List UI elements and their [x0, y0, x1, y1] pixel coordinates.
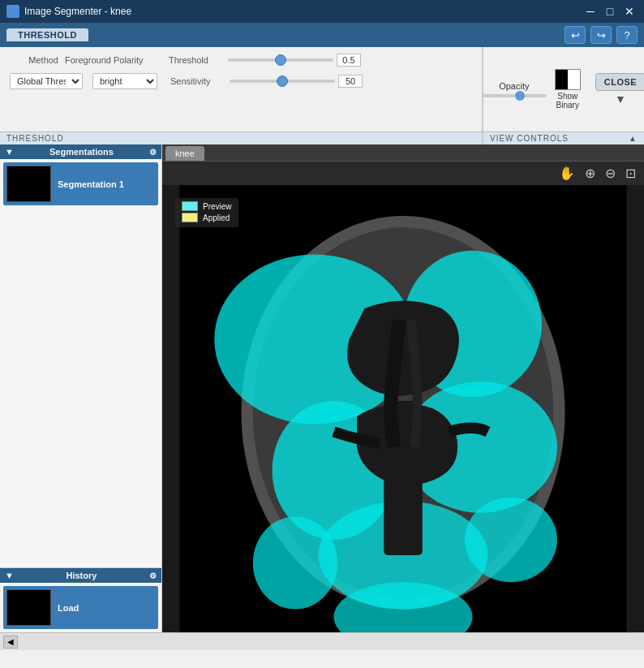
svg-point-8 [253, 517, 338, 610]
threshold-value-input[interactable]: 0.5 [337, 54, 361, 67]
redo-button[interactable]: ↪ [590, 26, 612, 44]
view-controls-section-label: VIEW CONTROLS ▲ [482, 132, 644, 144]
window-title: Image Segmenter - knee [24, 6, 131, 17]
svg-rect-11 [384, 478, 423, 555]
segmentation-item[interactable]: Segmentation 1 [3, 162, 158, 205]
history-label: History [66, 571, 97, 580]
sensitivity-row: Global Threshold bright dark Sensitivity… [10, 73, 472, 89]
segmentations-header: ▼ Segmentations ⚙ [0, 144, 161, 159]
zoom-out-button[interactable]: ⊖ [602, 164, 619, 183]
method-row: Method Foreground Polarity Threshold 0.5 [10, 54, 472, 67]
opacity-slider[interactable] [482, 94, 547, 97]
sensitivity-slider[interactable] [230, 80, 335, 83]
legend-preview-item: Preview [182, 201, 232, 211]
foreground-polarity-label: Foreground Polarity [65, 55, 162, 65]
legend-applied-item: Applied [182, 213, 232, 222]
image-viewer: knee ✋ ⊕ ⊖ ⊡ [162, 144, 644, 632]
main-layout: ▼ Segmentations ⚙ Segmentation 1 ▼ Histo… [0, 144, 644, 632]
legend: Preview Applied [175, 198, 238, 227]
viewer-toolbar: ✋ ⊕ ⊖ ⊡ [162, 162, 644, 185]
segmentations-label: Segmentations [49, 147, 114, 157]
threshold-slider[interactable] [228, 58, 333, 62]
method-label: Method [10, 55, 58, 65]
title-bar: Image Segmenter - knee ─ □ ✕ [0, 0, 644, 23]
knee-tab[interactable]: knee [165, 146, 204, 161]
opacity-label: Opacity [499, 81, 529, 91]
help-button[interactable]: ? [616, 26, 638, 44]
segmentation-thumbnail [6, 166, 51, 202]
close-button-container: CLOSE ▼ [595, 73, 644, 106]
history-name: Load [51, 603, 79, 613]
threshold-section-label: THRESHOLD [0, 132, 482, 144]
image-canvas: Preview Applied [162, 185, 644, 632]
knee-mri-svg [162, 185, 644, 632]
threshold-slider-container: 0.5 [228, 54, 472, 67]
viewer-tabs: knee [162, 144, 644, 162]
history-section: ▼ History ⚙ Load [0, 567, 161, 632]
app-icon [6, 5, 19, 18]
fit-view-button[interactable]: ⊡ [622, 164, 639, 183]
bottom-bar: ◀ [0, 632, 644, 650]
history-item[interactable]: Load [3, 586, 158, 629]
left-panel-spacer [0, 209, 161, 567]
segmentations-gear-icon[interactable]: ⚙ [149, 148, 157, 157]
zoom-in-button[interactable]: ⊕ [582, 164, 599, 183]
threshold-tab[interactable]: THRESHOLD [6, 28, 88, 41]
show-binary-label: ShowBinary [556, 92, 579, 110]
view-controls: Opacity ShowBinary CLOSE ▼ [482, 47, 644, 131]
opacity-slider-container [482, 94, 547, 97]
legend-applied-label: Applied [203, 213, 230, 222]
legend-preview-label: Preview [203, 202, 232, 211]
view-controls-arrow-icon: ▲ [629, 134, 638, 143]
maximize-button[interactable]: □ [602, 3, 618, 19]
close-button[interactable]: CLOSE [595, 73, 644, 91]
history-thumbnail [6, 589, 51, 626]
legend-preview-color [182, 201, 198, 211]
controls-top-row: Method Foreground Polarity Threshold 0.5… [0, 47, 644, 131]
pan-tool-button[interactable]: ✋ [556, 164, 578, 183]
threshold-label: Threshold [169, 55, 221, 65]
sensitivity-label: Sensitivity [170, 76, 223, 86]
undo-button[interactable]: ↩ [565, 26, 586, 44]
threshold-controls: Method Foreground Polarity Threshold 0.5… [0, 47, 482, 131]
title-bar-controls: ─ □ ✕ [582, 3, 638, 19]
legend-applied-color [182, 213, 198, 222]
title-bar-left: Image Segmenter - knee [6, 5, 131, 18]
opacity-block: Opacity [482, 81, 547, 97]
method-dropdown[interactable]: Global Threshold [10, 73, 83, 89]
minimize-button[interactable]: ─ [582, 3, 599, 19]
show-binary-button[interactable]: ShowBinary [555, 69, 581, 110]
show-binary-icon [555, 69, 581, 90]
scroll-left-button[interactable]: ◀ [3, 636, 18, 649]
polarity-dropdown[interactable]: bright dark [92, 73, 157, 89]
segmentation-name: Segmentation 1 [51, 179, 124, 189]
history-header: ▼ History ⚙ [0, 568, 161, 583]
window-close-button[interactable]: ✕ [621, 3, 638, 19]
segmentations-section: ▼ Segmentations ⚙ Segmentation 1 [0, 144, 161, 209]
collapse-history-icon[interactable]: ▼ [5, 571, 14, 580]
sensitivity-slider-container: 50 [230, 75, 472, 88]
svg-point-9 [465, 498, 557, 583]
close-arrow-icon[interactable]: ▼ [615, 93, 626, 106]
section-headers: THRESHOLD VIEW CONTROLS ▲ [0, 131, 644, 144]
history-gear-icon[interactable]: ⚙ [149, 571, 157, 580]
sensitivity-value-input[interactable]: 50 [338, 75, 363, 88]
collapse-segmentations-icon[interactable]: ▼ [5, 147, 14, 157]
controls-panel: Method Foreground Polarity Threshold 0.5… [0, 47, 644, 144]
left-panel: ▼ Segmentations ⚙ Segmentation 1 ▼ Histo… [0, 144, 162, 632]
toolbar: THRESHOLD ↩ ↪ ? [0, 23, 644, 47]
